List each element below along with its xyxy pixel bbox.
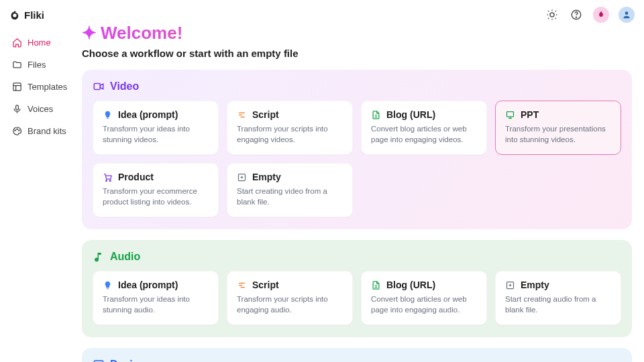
nav: Home Files Templates Voices Brand kits: [7, 33, 75, 141]
svg-point-6: [17, 129, 17, 129]
cart-icon: [103, 172, 113, 182]
file-icon: [371, 280, 381, 290]
section-video-head: Video: [93, 80, 621, 93]
lightbulb-icon: [103, 280, 113, 290]
sparkle-icon: ✦: [82, 23, 97, 44]
template-icon: [12, 82, 22, 92]
sidebar-item-label: Home: [28, 38, 51, 48]
svg-point-5: [15, 130, 15, 131]
svg-rect-15: [507, 111, 514, 117]
svg-point-19: [109, 180, 111, 181]
card-video-idea[interactable]: Idea (prompt) Transform your ideas into …: [93, 101, 219, 155]
topbar: [545, 7, 635, 23]
brand-logo-icon: [9, 10, 20, 21]
plus-box-icon: [237, 172, 247, 182]
upgrade-button[interactable]: [593, 7, 609, 23]
music-note-icon: [93, 251, 105, 263]
svg-rect-3: [16, 105, 19, 110]
svg-line-52: [548, 18, 549, 19]
svg-line-50: [555, 18, 556, 19]
section-audio-head: Audio: [93, 251, 621, 263]
sidebar: Fliki Home Files Templates Voices Brand …: [0, 0, 82, 362]
sidebar-item-files[interactable]: Files: [7, 55, 75, 74]
section-design: Design Thumbnail Social Presentation Emp…: [82, 348, 632, 362]
section-design-head: Design: [93, 359, 621, 362]
theme-toggle[interactable]: [545, 7, 559, 22]
svg-point-55: [625, 11, 629, 15]
account-button[interactable]: [619, 7, 635, 23]
main-content: ✦ Welcome! Choose a workflow or start wi…: [82, 0, 644, 362]
brand: Fliki: [7, 9, 75, 27]
card-audio-blog[interactable]: Blog (URL) Convert blog articles or web …: [361, 271, 487, 325]
lightbulb-icon: [103, 110, 113, 120]
sidebar-item-label: Brand kits: [28, 126, 66, 136]
sun-icon: [546, 9, 558, 21]
brand-name: Fliki: [24, 9, 44, 21]
presentation-icon: [505, 110, 515, 120]
svg-line-51: [555, 11, 556, 11]
section-video: Video Idea (prompt) Transform your ideas…: [82, 70, 632, 229]
sidebar-item-label: Voices: [28, 104, 53, 114]
card-audio-idea[interactable]: Idea (prompt) Transform your ideas into …: [93, 271, 219, 325]
sidebar-item-brand-kits[interactable]: Brand kits: [7, 121, 75, 141]
svg-rect-9: [107, 117, 109, 118]
video-icon: [93, 80, 105, 93]
help-button[interactable]: [569, 7, 584, 22]
script-icon: [237, 280, 247, 290]
image-icon: [93, 359, 105, 362]
sidebar-item-voices[interactable]: Voices: [7, 99, 75, 119]
plus-box-icon: [505, 280, 515, 290]
page-title: ✦ Welcome!: [82, 23, 632, 44]
section-audio: Audio Idea (prompt) Transform your ideas…: [82, 240, 632, 337]
svg-rect-8: [94, 84, 100, 90]
sidebar-item-templates[interactable]: Templates: [7, 77, 75, 97]
card-audio-script[interactable]: Script Transform your scripts into engag…: [227, 271, 353, 325]
user-icon: [622, 10, 631, 19]
card-video-blog[interactable]: Blog (URL) Convert blog articles or web …: [361, 101, 487, 155]
sidebar-item-home[interactable]: Home: [7, 33, 75, 52]
svg-line-49: [548, 11, 549, 11]
svg-point-44: [550, 13, 554, 17]
mic-icon: [12, 104, 22, 114]
page-subtitle: Choose a workflow or start with an empty…: [82, 48, 632, 59]
svg-rect-0: [13, 83, 21, 90]
card-video-product[interactable]: Product Transform your ecommerce product…: [93, 163, 219, 217]
audio-cards: Idea (prompt) Transform your ideas into …: [93, 271, 621, 325]
file-icon: [371, 110, 381, 120]
script-icon: [237, 110, 247, 120]
card-video-ppt[interactable]: PPT Transform your presentations into st…: [495, 101, 621, 155]
card-audio-empty[interactable]: Empty Start creating audio from a blank …: [495, 271, 621, 325]
svg-point-54: [576, 17, 576, 17]
svg-rect-23: [107, 288, 109, 288]
svg-point-18: [106, 180, 107, 181]
video-cards: Idea (prompt) Transform your ideas into …: [93, 101, 621, 217]
sidebar-item-label: Files: [28, 60, 46, 70]
card-video-empty[interactable]: Empty Start creating video from a blank …: [227, 163, 353, 217]
flame-icon: [596, 10, 606, 19]
folder-icon: [12, 60, 22, 70]
svg-point-7: [19, 130, 19, 131]
card-video-script[interactable]: Script Transform your scripts into engag…: [227, 101, 353, 155]
palette-icon: [12, 126, 22, 136]
help-icon: [570, 9, 582, 21]
sidebar-item-label: Templates: [28, 82, 67, 92]
home-icon: [12, 38, 22, 48]
